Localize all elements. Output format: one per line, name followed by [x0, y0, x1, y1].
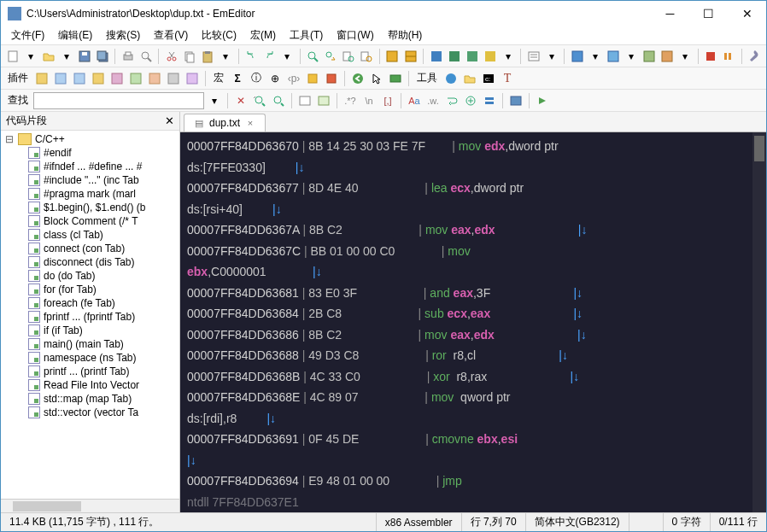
dropdown-icon[interactable]: ▾	[279, 48, 296, 65]
p8-icon[interactable]	[165, 70, 182, 87]
tab-close-icon[interactable]: ×	[244, 117, 256, 129]
tab-dup[interactable]: ▤ dup.txt ×	[184, 114, 266, 132]
next-icon[interactable]	[270, 92, 287, 109]
editor-vscroll[interactable]	[752, 132, 766, 512]
tree-item[interactable]: connect (con Tab)	[1, 242, 179, 255]
g1-icon[interactable]	[387, 70, 404, 87]
menu-item[interactable]: 查看(V)	[147, 26, 195, 44]
preview-icon[interactable]	[138, 48, 154, 65]
menu-item[interactable]: 编辑(E)	[51, 26, 99, 44]
back-icon[interactable]	[349, 70, 366, 87]
tree-item[interactable]: for (for Tab)	[1, 283, 179, 296]
pin-yellow-icon[interactable]	[482, 48, 498, 65]
findfiles2-icon[interactable]	[359, 48, 375, 65]
opt2-icon[interactable]	[315, 92, 332, 109]
saveall-icon[interactable]	[94, 48, 110, 65]
sigma-icon[interactable]: Σ	[229, 70, 246, 87]
tree-item[interactable]: namespace (ns Tab)	[1, 351, 179, 365]
tree-item[interactable]: std::map (map Tab)	[1, 392, 179, 406]
go-icon[interactable]	[534, 92, 551, 109]
prev-icon[interactable]	[251, 92, 268, 109]
tree-item[interactable]: printf ... (printf Tab)	[1, 365, 179, 378]
p5-icon[interactable]	[108, 70, 126, 87]
tree-root[interactable]: ⊟ C/C++	[1, 132, 179, 146]
cmd-icon[interactable]: c:	[480, 70, 497, 87]
pin-green2-icon[interactable]	[464, 48, 480, 65]
grid-icon[interactable]	[384, 48, 401, 65]
tree-item[interactable]: main() (main Tab)	[1, 337, 179, 351]
play-icon[interactable]	[721, 48, 737, 65]
wrench-icon[interactable]	[747, 48, 763, 65]
cursor-icon[interactable]	[368, 70, 385, 87]
dropdown-icon[interactable]: ▾	[500, 48, 516, 65]
collapse-icon[interactable]: ⊟	[4, 133, 15, 145]
win4-icon[interactable]	[659, 48, 676, 65]
p6-icon[interactable]	[127, 70, 144, 87]
sidebar-hscroll[interactable]	[1, 499, 179, 512]
tree-item[interactable]: #include "..." (inc Tab	[1, 173, 179, 187]
dropdown-icon[interactable]: ▾	[587, 48, 603, 65]
undo-icon[interactable]	[243, 48, 260, 65]
dropdown-icon[interactable]: ▾	[677, 48, 694, 65]
win2-icon[interactable]	[606, 48, 622, 65]
m4-icon[interactable]	[304, 70, 321, 87]
dropdown-icon[interactable]: ▾	[22, 48, 38, 65]
menu-item[interactable]: 工具(T)	[283, 26, 330, 44]
t-icon[interactable]: T	[499, 70, 516, 87]
tree-item[interactable]: do (do Tab)	[1, 269, 179, 283]
win3-icon[interactable]	[641, 48, 658, 65]
grid2-icon[interactable]	[402, 48, 419, 65]
case-icon[interactable]: Aa	[406, 92, 423, 109]
tree-item[interactable]: class (cl Tab)	[1, 228, 179, 242]
cut-icon[interactable]	[163, 48, 179, 65]
tree-item[interactable]: disconnect (dis Tab)	[1, 255, 179, 269]
p1-icon[interactable]	[33, 70, 50, 87]
wrap-icon[interactable]	[443, 92, 460, 109]
m3-icon[interactable]: ‹p›	[285, 70, 302, 87]
p3-icon[interactable]	[71, 70, 88, 87]
m1-icon[interactable]: ⓘ	[248, 70, 265, 87]
paste-icon[interactable]	[200, 48, 216, 65]
pin-blue-icon[interactable]	[428, 48, 444, 65]
status-encoding[interactable]: 简体中文(GB2312)	[526, 513, 629, 531]
hl-icon[interactable]	[481, 92, 498, 109]
inc-icon[interactable]	[462, 92, 479, 109]
menu-item[interactable]: 文件(F)	[4, 26, 51, 44]
copy-icon[interactable]	[181, 48, 197, 65]
pin-green-icon[interactable]	[446, 48, 462, 65]
find-icon[interactable]	[305, 48, 321, 65]
rec-icon[interactable]	[703, 48, 719, 65]
redo-icon[interactable]	[261, 48, 278, 65]
save-icon[interactable]	[76, 48, 92, 65]
menu-item[interactable]: 比较(C)	[195, 26, 243, 44]
maximize-button[interactable]: ☐	[689, 2, 728, 26]
tree-item[interactable]: if (if Tab)	[1, 324, 179, 337]
tree-item[interactable]: Read File Into Vector	[1, 378, 179, 392]
regex-icon[interactable]: .*?	[342, 92, 359, 109]
dropdown-icon[interactable]: ▾	[206, 92, 223, 109]
tree-item[interactable]: $1.begin(), $1.end() (b	[1, 201, 179, 214]
status-lang[interactable]: x86 Assembler	[377, 513, 462, 531]
win1-icon[interactable]	[569, 48, 585, 65]
code-area[interactable]: 00007FF84DD63670 | 8B 14 25 30 03 FE 7F …	[180, 132, 766, 512]
p7-icon[interactable]	[146, 70, 163, 87]
ie-icon[interactable]	[442, 70, 460, 87]
list-icon[interactable]	[525, 48, 542, 65]
num-icon[interactable]: [,]	[379, 92, 396, 109]
tree-item[interactable]: #ifndef ... #define ... #	[1, 160, 179, 173]
findfiles-icon[interactable]	[341, 48, 357, 65]
menu-item[interactable]: 搜索(S)	[99, 26, 147, 44]
tree-item[interactable]: std::vector (vector Ta	[1, 406, 179, 419]
close-icon[interactable]: ✕	[232, 92, 249, 109]
m5-icon[interactable]	[323, 70, 340, 87]
menu-item[interactable]: 帮助(H)	[381, 26, 430, 44]
folder-icon[interactable]	[461, 70, 478, 87]
m2-icon[interactable]: ⊕	[266, 70, 284, 87]
dropdown-icon[interactable]: ▾	[218, 48, 234, 65]
dropdown-icon[interactable]: ▾	[58, 48, 74, 65]
new-icon[interactable]	[4, 48, 20, 65]
menu-item[interactable]: 窗口(W)	[330, 26, 380, 44]
tree-item[interactable]: Block Comment (/* T	[1, 214, 179, 228]
open-icon[interactable]	[40, 48, 56, 65]
minimize-button[interactable]: ─	[651, 2, 689, 26]
